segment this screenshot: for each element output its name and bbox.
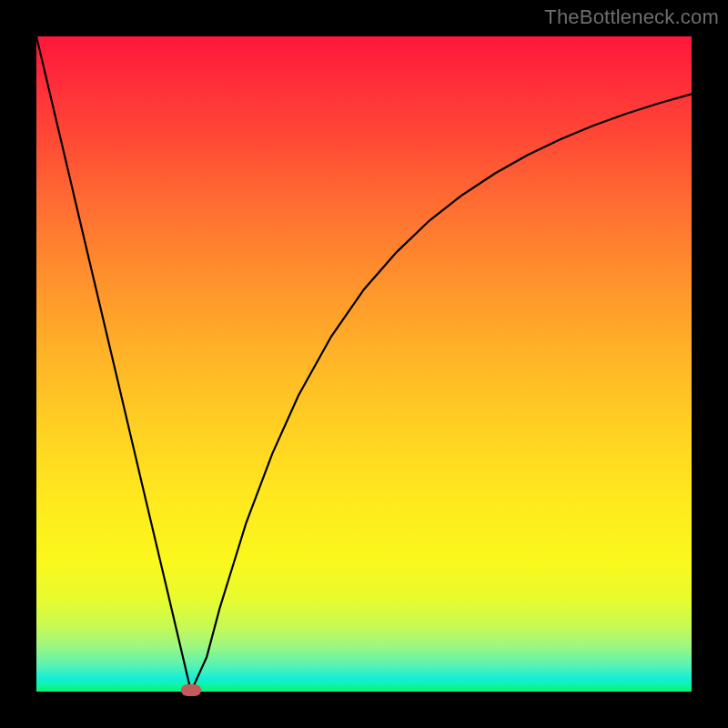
watermark-text: TheBottleneck.com xyxy=(544,5,719,29)
bottleneck-curve xyxy=(36,36,692,692)
minimum-marker xyxy=(181,684,201,696)
chart-plot-area xyxy=(36,36,692,692)
chart-curve-layer xyxy=(36,36,692,692)
chart-frame: TheBottleneck.com xyxy=(0,0,728,728)
